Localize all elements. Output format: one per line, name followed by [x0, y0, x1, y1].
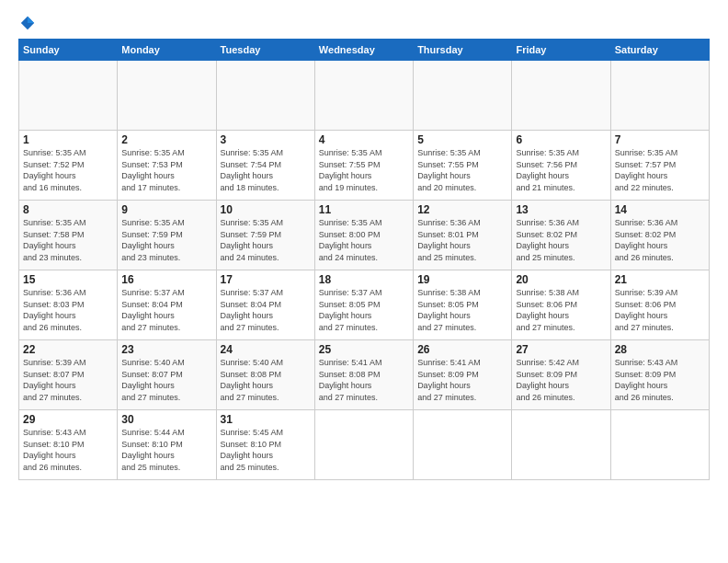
day-number: 22: [23, 343, 113, 356]
calendar-cell: [512, 410, 610, 480]
day-number: 2: [121, 133, 211, 146]
day-number: 19: [417, 273, 507, 286]
day-number: 8: [23, 203, 113, 216]
calendar-cell: 18 Sunrise: 5:37 AMSunset: 8:05 PMDaylig…: [314, 270, 413, 340]
weekday-header-row: Sunday Monday Tuesday Wednesday Thursday…: [19, 40, 710, 61]
header-saturday: Saturday: [610, 40, 709, 61]
day-info: Sunrise: 5:35 AMSunset: 8:00 PMDaylight …: [319, 218, 382, 262]
calendar-cell: [19, 61, 118, 131]
day-info: Sunrise: 5:35 AMSunset: 7:52 PMDaylight …: [23, 148, 86, 192]
calendar-cell: [414, 61, 512, 131]
calendar-week-row: 22 Sunrise: 5:39 AMSunset: 8:07 PMDaylig…: [19, 340, 710, 410]
day-info: Sunrise: 5:36 AMSunset: 8:03 PMDaylight …: [23, 288, 86, 332]
day-number: 14: [615, 203, 705, 216]
calendar-cell: [118, 61, 216, 131]
day-number: 9: [121, 203, 211, 216]
day-number: 29: [23, 413, 113, 426]
calendar-cell: 23 Sunrise: 5:40 AMSunset: 8:07 PMDaylig…: [118, 340, 216, 410]
calendar-week-row: 1 Sunrise: 5:35 AMSunset: 7:52 PMDayligh…: [19, 131, 710, 201]
header-wednesday: Wednesday: [314, 40, 413, 61]
calendar-cell: 8 Sunrise: 5:35 AMSunset: 7:58 PMDayligh…: [19, 201, 118, 270]
calendar-cell: 3 Sunrise: 5:35 AMSunset: 7:54 PMDayligh…: [216, 131, 314, 201]
day-info: Sunrise: 5:43 AMSunset: 8:09 PMDaylight …: [615, 358, 678, 402]
day-number: 23: [121, 343, 211, 356]
day-info: Sunrise: 5:38 AMSunset: 8:06 PMDaylight …: [516, 288, 579, 332]
day-number: 11: [319, 203, 409, 216]
day-number: 28: [615, 343, 705, 356]
day-info: Sunrise: 5:36 AMSunset: 8:02 PMDaylight …: [516, 218, 579, 262]
calendar-cell: 10 Sunrise: 5:35 AMSunset: 7:59 PMDaylig…: [216, 201, 314, 270]
header-friday: Friday: [512, 40, 610, 61]
day-number: 24: [221, 343, 311, 356]
calendar-week-row: 8 Sunrise: 5:35 AMSunset: 7:58 PMDayligh…: [19, 201, 710, 270]
header-monday: Monday: [118, 40, 216, 61]
logo: [18, 15, 37, 31]
page: Sunday Monday Tuesday Wednesday Thursday…: [0, 0, 728, 489]
day-number: 1: [23, 133, 113, 146]
calendar-cell: 2 Sunrise: 5:35 AMSunset: 7:53 PMDayligh…: [118, 131, 216, 201]
day-info: Sunrise: 5:35 AMSunset: 7:55 PMDaylight …: [319, 148, 382, 192]
calendar-cell: 17 Sunrise: 5:37 AMSunset: 8:04 PMDaylig…: [216, 270, 314, 340]
day-number: 31: [221, 413, 311, 426]
day-number: 12: [417, 203, 507, 216]
calendar-cell: 29 Sunrise: 5:43 AMSunset: 8:10 PMDaylig…: [19, 410, 118, 480]
calendar-cell: 1 Sunrise: 5:35 AMSunset: 7:52 PMDayligh…: [19, 131, 118, 201]
calendar-header: Sunday Monday Tuesday Wednesday Thursday…: [19, 40, 710, 61]
calendar-cell: 9 Sunrise: 5:35 AMSunset: 7:59 PMDayligh…: [118, 201, 216, 270]
day-info: Sunrise: 5:41 AMSunset: 8:08 PMDaylight …: [319, 358, 382, 402]
day-info: Sunrise: 5:35 AMSunset: 7:53 PMDaylight …: [121, 148, 185, 192]
day-number: 7: [615, 133, 705, 146]
calendar-cell: [216, 61, 314, 131]
calendar-cell: [314, 61, 413, 131]
day-info: Sunrise: 5:37 AMSunset: 8:04 PMDaylight …: [221, 288, 284, 332]
day-number: 13: [516, 203, 606, 216]
day-info: Sunrise: 5:40 AMSunset: 8:07 PMDaylight …: [121, 358, 185, 402]
calendar-week-row: 29 Sunrise: 5:43 AMSunset: 8:10 PMDaylig…: [19, 410, 710, 480]
calendar-cell: 28 Sunrise: 5:43 AMSunset: 8:09 PMDaylig…: [610, 340, 709, 410]
calendar-cell: 5 Sunrise: 5:35 AMSunset: 7:55 PMDayligh…: [414, 131, 512, 201]
calendar-cell: 19 Sunrise: 5:38 AMSunset: 8:05 PMDaylig…: [414, 270, 512, 340]
day-info: Sunrise: 5:35 AMSunset: 7:59 PMDaylight …: [221, 218, 284, 262]
day-number: 18: [319, 273, 409, 286]
calendar-week-row: 15 Sunrise: 5:36 AMSunset: 8:03 PMDaylig…: [19, 270, 710, 340]
calendar-cell: [512, 61, 610, 131]
calendar-cell: 15 Sunrise: 5:36 AMSunset: 8:03 PMDaylig…: [19, 270, 118, 340]
day-number: 4: [319, 133, 409, 146]
calendar-cell: 24 Sunrise: 5:40 AMSunset: 8:08 PMDaylig…: [216, 340, 314, 410]
header: [18, 15, 710, 31]
day-info: Sunrise: 5:38 AMSunset: 8:05 PMDaylight …: [417, 288, 481, 332]
calendar-cell: 20 Sunrise: 5:38 AMSunset: 8:06 PMDaylig…: [512, 270, 610, 340]
calendar-cell: [610, 61, 709, 131]
header-tuesday: Tuesday: [216, 40, 314, 61]
calendar-week-row: [19, 61, 710, 131]
day-number: 15: [23, 273, 113, 286]
calendar-cell: 4 Sunrise: 5:35 AMSunset: 7:55 PMDayligh…: [314, 131, 413, 201]
day-info: Sunrise: 5:40 AMSunset: 8:08 PMDaylight …: [221, 358, 284, 402]
day-number: 20: [516, 273, 606, 286]
calendar-cell: 26 Sunrise: 5:41 AMSunset: 8:09 PMDaylig…: [414, 340, 512, 410]
calendar-cell: [414, 410, 512, 480]
calendar-cell: 7 Sunrise: 5:35 AMSunset: 7:57 PMDayligh…: [610, 131, 709, 201]
calendar-cell: 30 Sunrise: 5:44 AMSunset: 8:10 PMDaylig…: [118, 410, 216, 480]
calendar-cell: 12 Sunrise: 5:36 AMSunset: 8:01 PMDaylig…: [414, 201, 512, 270]
day-info: Sunrise: 5:35 AMSunset: 7:55 PMDaylight …: [417, 148, 481, 192]
day-info: Sunrise: 5:44 AMSunset: 8:10 PMDaylight …: [121, 428, 185, 472]
day-number: 10: [221, 203, 311, 216]
logo-icon: [19, 15, 36, 31]
day-info: Sunrise: 5:39 AMSunset: 8:07 PMDaylight …: [23, 358, 86, 402]
day-number: 25: [319, 343, 409, 356]
day-info: Sunrise: 5:41 AMSunset: 8:09 PMDaylight …: [417, 358, 481, 402]
day-info: Sunrise: 5:35 AMSunset: 7:57 PMDaylight …: [615, 148, 678, 192]
calendar-cell: 25 Sunrise: 5:41 AMSunset: 8:08 PMDaylig…: [314, 340, 413, 410]
day-info: Sunrise: 5:39 AMSunset: 8:06 PMDaylight …: [615, 288, 678, 332]
day-number: 21: [615, 273, 705, 286]
calendar-table: Sunday Monday Tuesday Wednesday Thursday…: [18, 39, 710, 480]
day-info: Sunrise: 5:37 AMSunset: 8:05 PMDaylight …: [319, 288, 382, 332]
day-info: Sunrise: 5:35 AMSunset: 7:56 PMDaylight …: [516, 148, 579, 192]
day-info: Sunrise: 5:36 AMSunset: 8:01 PMDaylight …: [417, 218, 481, 262]
calendar-cell: 6 Sunrise: 5:35 AMSunset: 7:56 PMDayligh…: [512, 131, 610, 201]
day-number: 17: [221, 273, 311, 286]
day-number: 16: [121, 273, 211, 286]
day-number: 5: [417, 133, 507, 146]
day-number: 6: [516, 133, 606, 146]
